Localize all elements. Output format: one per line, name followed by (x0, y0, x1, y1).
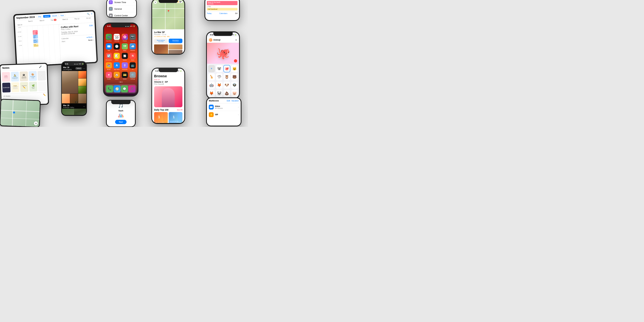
photo-grid-1[interactable] (62, 94, 70, 103)
app-home[interactable]: 🏠 Home (114, 72, 120, 80)
cal-btn-month[interactable]: Month (51, 14, 58, 18)
app-settings[interactable]: ⚙️ Settings (130, 72, 136, 80)
add-icon[interactable]: + (91, 12, 92, 15)
animoji-owl[interactable]: 🦉 (224, 73, 230, 80)
animoji-fox2[interactable]: 🦊 (208, 90, 215, 97)
app-camera[interactable]: 📷 Camera (130, 34, 136, 42)
dock-phone[interactable]: 📞 (106, 85, 113, 92)
app-notes[interactable]: 📝 Notes (114, 53, 120, 61)
today-link[interactable]: Today (207, 12, 212, 14)
note-item-cycling[interactable]: 🚴 Cycling Notes Yesterday (11, 72, 19, 82)
event-wash[interactable]: Wash dog Bow Wow Meow (33, 34, 38, 39)
top100-global-card[interactable]: 1 TOP 100 GLOBAL (154, 112, 168, 123)
app-news[interactable]: N News (130, 53, 136, 61)
select-btn[interactable]: Select (75, 67, 82, 70)
note-item-more[interactable]: ··· (38, 71, 46, 81)
calendars-link[interactable]: Calendars (219, 12, 227, 14)
event-call[interactable]: Call Sandoval (33, 44, 38, 47)
photo-small-2[interactable] (78, 78, 86, 86)
yes-button[interactable]: Yes! (115, 120, 126, 124)
app-tv[interactable]: 📺 TV (130, 62, 136, 70)
search-icon[interactable]: 🔍 (87, 12, 90, 16)
directions-btn[interactable]: Directions 10 min drive (169, 39, 182, 43)
settings-screen-time[interactable]: ⏱ Screen Time › (107, 0, 136, 6)
animoji-pig[interactable]: 🐷 (231, 90, 238, 97)
location-btn[interactable]: ◎ (34, 122, 38, 126)
app-health[interactable]: ♥ Health (106, 72, 112, 80)
cal-btn-week[interactable]: Week (43, 14, 50, 18)
note-item-sketchbook[interactable]: Sketchbook ✏️ (20, 82, 28, 92)
photo-main[interactable] (154, 44, 168, 54)
note-item-plants[interactable]: 🌿 Plants to Collect (29, 82, 37, 92)
app-stocks[interactable]: 📈 Stocks (122, 53, 128, 61)
note-item-art[interactable]: 🎨 Art Venues to Visit Sunday (29, 71, 37, 81)
app-books[interactable]: 📚 Books (106, 62, 112, 70)
animoji-bear2[interactable]: 🐻 (231, 73, 238, 80)
calendar-nav[interactable]: Day Week Month Year (36, 14, 65, 18)
photo-1[interactable] (168, 44, 182, 50)
animoji-poop[interactable]: 💩 (224, 90, 230, 97)
more-btn[interactable]: ··· (83, 67, 85, 70)
animoji-fox[interactable]: 🦊 (216, 82, 223, 89)
photo-2[interactable] (168, 50, 182, 54)
note-item-yosemite[interactable]: 🏔 Yosemite National Park Yesterday (20, 71, 28, 81)
vip-row[interactable]: ⭐ VIP › (207, 111, 241, 118)
animoji-octopus[interactable]: 🐙 (224, 65, 230, 72)
app-photos[interactable]: 🌸 Photos (122, 34, 128, 42)
mini-event-lunch[interactable]: Meet CC for lunch Starbelly (207, 1, 238, 5)
see-all-btn[interactable]: See All (177, 109, 182, 111)
animoji-bear[interactable]: 🐨 (216, 65, 223, 72)
more-btn-2[interactable]: ··· (83, 105, 85, 108)
compose-icon[interactable]: ✏️ (43, 94, 46, 96)
record-button[interactable] (234, 59, 237, 62)
app-mail[interactable]: ✉️ Mail (106, 43, 112, 51)
app-weather[interactable]: ☁️ Weather (130, 43, 136, 51)
animoji-robot[interactable]: 🤖 (208, 82, 215, 89)
app-maps[interactable]: 🗺 Maps (122, 43, 128, 51)
dock-messages[interactable]: 💬 (121, 85, 128, 92)
animoji-add-btn[interactable]: + (208, 65, 215, 72)
more-icon[interactable]: ··· (43, 65, 45, 68)
animoji-giraffe[interactable]: 🦒 (208, 73, 215, 80)
animoji-alien[interactable]: 👽 (231, 82, 238, 89)
app-calendar[interactable]: TUESDAY 10 Calendar (114, 34, 120, 42)
microphone-icon[interactable]: 🎤 (39, 65, 42, 68)
note-item-garage[interactable]: GARAGE (2, 82, 11, 92)
app-podcasts[interactable]: 🎙 Podcasts (122, 62, 128, 70)
photo-grid-3[interactable] (78, 94, 86, 103)
edit-btn[interactable]: Edit (227, 100, 230, 102)
top100-us-card[interactable]: 1 TOP 100 UNITED STATES OF AMERICA (169, 112, 182, 123)
photo-woman[interactable] (62, 109, 86, 115)
cal-btn-year[interactable]: Year (59, 14, 65, 17)
photo-portrait[interactable] (62, 71, 78, 94)
album-art[interactable] (154, 86, 182, 107)
animoji-panda[interactable]: 🐼 (216, 90, 223, 97)
app-reminders[interactable]: ☑️ Reminders (106, 53, 112, 61)
event-lunch[interactable]: Meet CC for lunch Starbelly (33, 39, 38, 43)
animoji-cat[interactable]: 🐱 (231, 65, 238, 72)
close-btn[interactable]: ✕ (154, 1, 157, 4)
app-clock[interactable]: 🕐 Clock (114, 43, 120, 51)
photo-small-1[interactable] (78, 71, 86, 78)
cal-btn-day[interactable]: Day (36, 15, 43, 18)
photo-small-3[interactable] (78, 86, 86, 94)
app-appstore[interactable]: A App Store (114, 62, 120, 70)
edit-button[interactable]: Edit (89, 24, 93, 27)
day-tue[interactable]: Tue 10 (48, 18, 60, 22)
animoji-dog[interactable]: 🐶 (224, 82, 230, 89)
dock-safari[interactable]: 🧭 (114, 85, 120, 92)
photo-grid-2[interactable]: +7 (70, 94, 78, 103)
dock-music[interactable]: 🎵 (128, 85, 136, 92)
settings-control-center[interactable]: ◉ Control Center › (107, 12, 136, 17)
calendars-btn[interactable]: Calendars (52, 63, 62, 66)
app-facetime[interactable]: 📹 FaceTime (106, 34, 112, 42)
animoji-shark[interactable]: 🦈 (216, 73, 223, 80)
app-wallet[interactable]: 💳 Wallet (122, 72, 128, 80)
close-icon[interactable]: ✕ (235, 38, 237, 42)
inbox-btn[interactable]: Inbox (89, 62, 94, 64)
note-item-budget[interactable]: Budget (11, 82, 20, 92)
note-item-outfits[interactable]: Outfits Inspiration Yesterday (2, 72, 10, 82)
event-coffee[interactable]: Coffee with Ravi Philz Coffee (33, 30, 38, 35)
mini-event-call[interactable]: Call Sandoval (207, 8, 238, 10)
reservations-btn[interactable]: Reservations OpenTable (154, 39, 168, 43)
